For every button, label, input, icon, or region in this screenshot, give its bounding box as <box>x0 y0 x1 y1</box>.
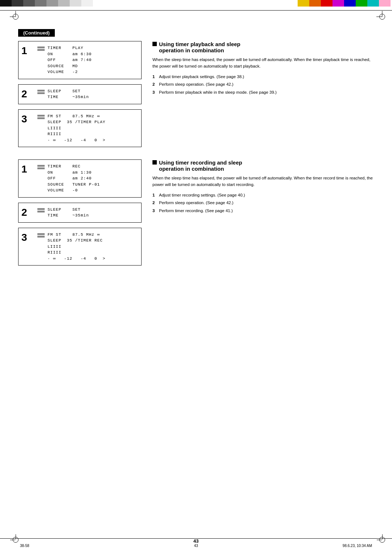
lcd-line-1-3: FM ST 87.5 MHz ∞ SLEEP 35 /TIMER PLAY LI… <box>48 113 106 143</box>
section1-step-2: 2 Perform sleep operation. (See page 42.… <box>152 81 374 88</box>
continued-header: (Continued) <box>18 29 55 37</box>
bar-seg-pink <box>379 0 391 7</box>
section1-heading-text: Using timer playback and sleep operation… <box>159 41 240 53</box>
section1-instructions: Using timer playback and sleep operation… <box>152 41 374 97</box>
top-bar-right <box>298 0 392 7</box>
section1-heading-line2: operation in combination <box>159 47 240 53</box>
lcd-line-2-3: FM ST 87.5 MHz ∞ SLEEP 35 /TIMER REC LII… <box>48 232 106 262</box>
bar-seg-green <box>356 0 367 7</box>
bar-seg-1 <box>0 0 12 7</box>
bar-seg-magenta <box>332 0 344 7</box>
diagram-2-1: 1 TIMER REC ON am 1:30 OFF am 2:40 SOURC… <box>18 159 142 198</box>
bar-seg-8 <box>81 0 93 7</box>
section2-description: When the sleep time has elapsed, the pow… <box>152 175 374 188</box>
section2-heading-line1: Using timer recording and sleep <box>159 159 242 166</box>
section2-heading: Using timer recording and sleep operatio… <box>152 159 374 172</box>
vol-indicator-2-2 <box>37 208 45 212</box>
step2-num-3: 3 <box>21 232 27 243</box>
bar-seg-7 <box>70 0 81 7</box>
vol-indicator <box>37 46 45 51</box>
device-display-1-2: SLEEP SET TIME ~35min <box>37 88 137 100</box>
device-display-2-3: FM ST 87.5 MHz ∞ SLEEP 35 /TIMER REC LII… <box>37 232 137 262</box>
step2-num-1: 1 <box>21 163 27 175</box>
step-num-1: 1 <box>21 45 27 57</box>
top-line <box>0 10 392 11</box>
section2-diagrams: 1 TIMER REC ON am 1:30 OFF am 2:40 SOURC… <box>18 159 142 271</box>
vol-indicator-3 <box>37 115 45 119</box>
device-display-1-3: FM ST 87.5 MHz ∞ SLEEP 35 /TIMER PLAY LI… <box>37 113 137 143</box>
section1-step-list: 1 Adjust timer playback settings. (See p… <box>152 73 374 96</box>
section2-step-1: 1 Adjust timer recording settings. (See … <box>152 192 374 198</box>
section2-instructions: Using timer recording and sleep operatio… <box>152 159 374 215</box>
footer-left: 38-58 <box>20 542 29 548</box>
bar-seg-orange <box>309 0 321 7</box>
section1-description: When the sleep time has elapsed, the pow… <box>152 56 374 70</box>
page-content: (Continued) 1 TIMER PLAY ON am 6:30 OFF … <box>18 11 374 537</box>
lcd-line-1-2: SLEEP SET TIME ~35min <box>48 88 89 100</box>
footer-center-text: 43 <box>194 544 198 548</box>
footer-left-text: 38-58 <box>20 544 29 548</box>
main-layout-2: 1 TIMER REC ON am 1:30 OFF am 2:40 SOURC… <box>18 159 374 271</box>
section2-bullet <box>152 160 157 165</box>
device-display-2-1: TIMER REC ON am 1:30 OFF am 2:40 SOURCE … <box>37 163 137 194</box>
footer-right: 98.6.23, 10:34 AM <box>343 542 372 548</box>
bar-seg-yellow <box>298 0 309 7</box>
vol-indicator-2 <box>37 90 45 94</box>
bar-seg-blue <box>344 0 356 7</box>
main-layout: 1 TIMER PLAY ON am 6:30 OFF am 7:40 SOUR… <box>18 41 374 152</box>
section1-step-3: 3 Perform timer playback while in the sl… <box>152 89 374 96</box>
vol-indicator-2-3 <box>37 233 45 238</box>
bar-seg-3 <box>23 0 35 7</box>
step-num-3: 3 <box>21 113 27 125</box>
bar-seg-6 <box>58 0 70 7</box>
section1-diagrams: 1 TIMER PLAY ON am 6:30 OFF am 7:40 SOUR… <box>18 41 142 152</box>
section2-step-3: 3 Perform timer recording. (See page 41.… <box>152 207 374 214</box>
section1-step-1: 1 Adjust timer playback settings. (See p… <box>152 73 374 80</box>
bar-seg-5 <box>46 0 58 7</box>
section2-heading-line2: operation in combination <box>159 166 242 172</box>
lcd-line-2-2: SLEEP SET TIME ~35min <box>48 207 89 219</box>
section1-heading: Using timer playback and sleep operation… <box>152 41 374 53</box>
step2-num-2: 2 <box>21 207 27 218</box>
footer-right-text: 98.6.23, 10:34 AM <box>343 544 372 548</box>
vol-indicator-2-1 <box>37 165 45 169</box>
device-display-2-2: SLEEP SET TIME ~35min <box>37 207 137 219</box>
section2-step-2: 2 Perform sleep operation. (See page 42.… <box>152 199 374 206</box>
section2-step-list: 1 Adjust timer recording settings. (See … <box>152 192 374 214</box>
section-spacer <box>18 152 374 159</box>
diagram-1-2: 2 SLEEP SET TIME ~35min <box>18 84 142 104</box>
step-num-2: 2 <box>21 88 27 100</box>
device-display-1-1: TIMER PLAY ON am 6:30 OFF am 7:40 SOURCE… <box>37 45 137 75</box>
diagram-1-1: 1 TIMER PLAY ON am 6:30 OFF am 7:40 SOUR… <box>18 41 142 79</box>
bar-seg-red <box>321 0 332 7</box>
bar-seg-cyan <box>367 0 379 7</box>
footer-center: 43 <box>194 542 198 548</box>
diagram-2-2: 2 SLEEP SET TIME ~35min <box>18 203 142 223</box>
section1-heading-line1: Using timer playback and sleep <box>159 41 240 47</box>
bar-seg-2 <box>12 0 23 7</box>
section2-heading-text: Using timer recording and sleep operatio… <box>159 159 242 172</box>
diagram-2-3: 3 FM ST 87.5 MHz ∞ SLEEP 35 /TIMER REC L… <box>18 228 142 266</box>
top-bar-left <box>0 0 94 7</box>
section1-bullet <box>152 42 157 46</box>
bar-seg-4 <box>35 0 46 7</box>
lcd-line-1-1: TIMER PLAY ON am 6:30 OFF am 7:40 SOURCE… <box>48 45 92 75</box>
diagram-1-3: 3 FM ST 87.5 MHz ∞ SLEEP 35 /TIMER PLAY … <box>18 109 142 147</box>
lcd-line-2-1: TIMER REC ON am 1:30 OFF am 2:40 SOURCE … <box>48 163 100 194</box>
top-color-bar <box>0 0 392 7</box>
